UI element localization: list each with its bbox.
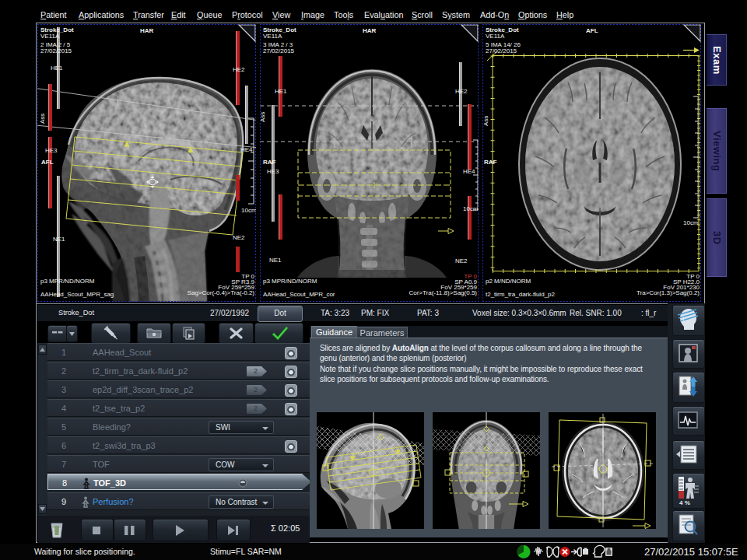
svg-text:HAR: HAR [140, 27, 154, 34]
svg-text:NE1: NE1 [53, 236, 65, 243]
svg-text:p3 MPR/ND/NORM: p3 MPR/ND/NORM [40, 278, 95, 285]
svg-text:HE2: HE2 [455, 88, 468, 95]
svg-text:HE3: HE3 [45, 147, 58, 154]
svg-text:4 %: 4 % [679, 499, 690, 506]
svg-text:NE2: NE2 [455, 257, 468, 264]
svg-text:10cm: 10cm [241, 207, 256, 214]
svg-text:10cm: 10cm [683, 219, 699, 226]
svg-text:AAHead_Scout_MPR_sag: AAHead_Scout_MPR_sag [40, 291, 114, 298]
svg-text:AAHead_Scout_MPR_cor: AAHead_Scout_MPR_cor [263, 291, 335, 298]
svg-text:27/02/2015: 27/02/2015 [263, 47, 295, 54]
svg-text:p2 M/ND/NORM: p2 M/ND/NORM [486, 278, 531, 285]
svg-text:RAF: RAF [484, 159, 497, 166]
svg-text:VE11A: VE11A [486, 33, 505, 40]
svg-text:Ass: Ass [482, 116, 489, 126]
svg-text:Cor>Tra(-11.8)>Sag(0.5): Cor>Tra(-11.8)>Sag(0.5) [409, 289, 477, 296]
svg-text:VE11A: VE11A [263, 33, 282, 40]
svg-text:27/02/2015: 27/02/2015 [40, 47, 72, 54]
svg-text:HE4: HE4 [463, 168, 475, 175]
svg-text:Sag>Cor(-0.4)>Tra(-0.2): Sag>Cor(-0.4)>Tra(-0.2) [188, 289, 255, 296]
svg-text:p3 MPR/ND/NORM: p3 MPR/ND/NORM [263, 278, 317, 285]
svg-text:AFL: AFL [41, 159, 54, 166]
svg-text:VE11A: VE11A [40, 33, 60, 40]
svg-text:HE2: HE2 [233, 66, 245, 73]
svg-text:NE2: NE2 [233, 234, 245, 241]
svg-text:10cm: 10cm [463, 205, 479, 212]
svg-text:HAR: HAR [363, 27, 377, 34]
svg-text:Tra>Cor(1.3)>Sag(0.2): Tra>Cor(1.3)>Sag(0.2) [637, 289, 700, 296]
svg-text:HE1: HE1 [51, 65, 63, 72]
svg-text:HE1: HE1 [275, 88, 287, 95]
svg-text:NE1: NE1 [269, 257, 282, 264]
svg-text:HE3: HE3 [267, 168, 279, 175]
svg-text:HE4: HE4 [240, 146, 253, 153]
svg-text:27/02/2015: 27/02/2015 [486, 47, 517, 54]
svg-text:AFL: AFL [586, 27, 598, 34]
svg-text:Ass: Ass [39, 114, 46, 124]
svg-text:t2_tirm_tra_dark-fluid_p2: t2_tirm_tra_dark-fluid_p2 [486, 291, 555, 298]
svg-text:RAF: RAF [263, 159, 276, 166]
svg-text:Ass: Ass [260, 112, 266, 122]
